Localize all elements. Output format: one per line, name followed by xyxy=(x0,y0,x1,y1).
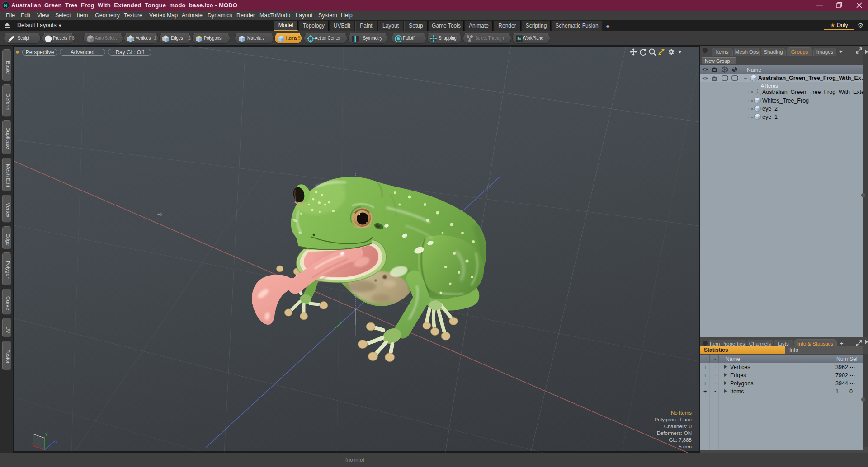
svg-text:+: + xyxy=(703,380,707,387)
svg-text:Australian_Green_Tree_Frog_Wit: Australian_Green_Tree_Frog_With_Ex… xyxy=(758,75,863,81)
svg-text:Name: Name xyxy=(747,67,761,73)
svg-text:+: + xyxy=(703,364,707,370)
svg-text:+x: +x xyxy=(157,211,163,217)
svg-text:Vertices: Vertices xyxy=(730,364,750,370)
svg-text:+: + xyxy=(703,372,707,378)
svg-text:-: - xyxy=(714,380,716,386)
svg-text:3944: 3944 xyxy=(835,380,848,387)
svg-text:3962: 3962 xyxy=(835,364,848,370)
svg-text:eye_1: eye_1 xyxy=(762,114,778,120)
svg-text:-: - xyxy=(714,388,716,394)
svg-text:+: + xyxy=(703,388,707,395)
svg-text:z: z xyxy=(56,440,57,444)
svg-text:+: + xyxy=(704,356,708,362)
svg-text:Num: Num xyxy=(836,356,848,362)
svg-text:Edges: Edges xyxy=(730,372,746,378)
svg-text:Whites_Tree_Frog: Whites_Tree_Frog xyxy=(762,98,809,104)
svg-text:Sel: Sel xyxy=(849,356,857,362)
svg-text:Name: Name xyxy=(726,356,740,362)
svg-text:-: - xyxy=(714,372,716,378)
svg-text:…: … xyxy=(849,371,855,378)
svg-text:0: 0 xyxy=(849,388,853,395)
svg-text:Polygons: Polygons xyxy=(730,380,753,387)
svg-text:X: X xyxy=(30,442,33,446)
svg-text:1: 1 xyxy=(835,388,839,395)
svg-text:-: - xyxy=(714,356,716,362)
svg-text:4 Items: 4 Items xyxy=(761,83,778,89)
svg-text:Items: Items xyxy=(730,388,744,395)
svg-text:eye_2: eye_2 xyxy=(762,106,778,112)
svg-text:Australian_Green_Tree_Frog_Wit: Australian_Green_Tree_Frog_With_Extend… xyxy=(762,89,863,95)
svg-text:7902: 7902 xyxy=(835,372,848,378)
svg-text:Y: Y xyxy=(45,432,48,437)
svg-text:…: … xyxy=(849,363,855,369)
svg-text:-: - xyxy=(714,364,716,370)
svg-text:…: … xyxy=(849,379,855,386)
